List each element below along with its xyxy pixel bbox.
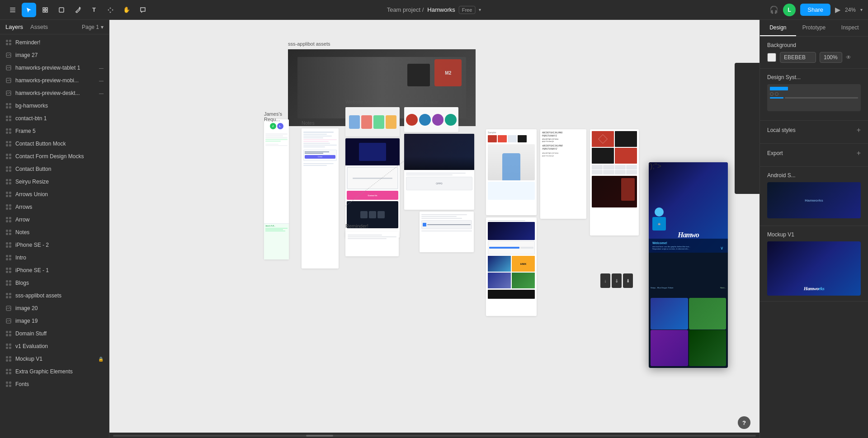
bottom-scrollbar[interactable]: [109, 433, 760, 438]
canvas-area[interactable]: sss-applibot assets M2 James's Requ... J…: [109, 20, 760, 438]
zoom-level[interactable]: 24%: [845, 7, 856, 13]
svg-rect-59: [9, 233, 11, 235]
layer-item-notes[interactable]: Notes: [0, 226, 109, 239]
background-hex-input[interactable]: [780, 52, 816, 63]
reminder-canvas-frame[interactable]: Reminder!: [345, 231, 399, 256]
visibility-toggle-hamworks-desktop[interactable]: —: [99, 91, 104, 96]
layer-item-sss-applibot[interactable]: sss-applibot assets: [0, 289, 109, 302]
layer-item-frame5[interactable]: Frame 5: [0, 125, 109, 137]
mockup-v1-canvas-frame[interactable]: Mockup V1 ');"> Hamwo Welcome! mini text…: [649, 162, 728, 368]
chevron-down-icon[interactable]: ▾: [479, 7, 481, 12]
layer-item-contact-form[interactable]: Contact Form Design Mocks: [0, 150, 109, 163]
export-section: Export +: [760, 144, 868, 167]
help-button[interactable]: ?: [738, 416, 750, 429]
layer-item-intro[interactable]: Intro: [0, 251, 109, 264]
svg-rect-94: [6, 369, 8, 371]
svg-rect-65: [9, 255, 11, 257]
layer-item-arrows[interactable]: Arrows: [0, 201, 109, 213]
layer-item-reminder[interactable]: Reminder!: [0, 36, 109, 49]
layer-item-contact-button[interactable]: Contact Button: [0, 163, 109, 175]
lock-icon-mockup-v1: 🔒: [98, 357, 104, 362]
avatar[interactable]: L: [783, 4, 796, 16]
arrows-union-canvas[interactable]: ↓ ⇓ ⬇: [599, 272, 634, 290]
svg-rect-100: [6, 385, 8, 386]
layer-item-hamworks-desktop[interactable]: hamworks-preview-deskt...—: [0, 87, 109, 99]
layer-item-hamworks-tablet[interactable]: hamworks-preview-tablet 1—: [0, 61, 109, 74]
background-color-swatch[interactable]: [767, 53, 776, 62]
layer-label-blogs: Blogs: [15, 280, 104, 286]
play-button[interactable]: ▶: [835, 5, 840, 14]
svg-rect-42: [6, 183, 8, 184]
layer-item-contact-btn-mock[interactable]: Contact Button Mock: [0, 137, 109, 150]
layer-item-blogs[interactable]: Blogs: [0, 277, 109, 289]
component-tool-button[interactable]: [103, 3, 118, 17]
layer-item-image19[interactable]: image 19: [0, 315, 109, 327]
layers-tab[interactable]: Layers: [5, 24, 23, 30]
layer-item-contact-btn1[interactable]: contact-btn 1: [0, 112, 109, 125]
layer-item-iphone-se-2[interactable]: iPhone SE - 2: [0, 239, 109, 251]
domain-stuff-canvas-frame[interactable]: Domain Stuff: [420, 212, 474, 252]
notes-canvas-frame[interactable]: Notes Contact: [302, 128, 339, 268]
extra-graphic-canvas-frame[interactable]: Extra Graphic Elements: [590, 129, 639, 235]
local-styles-label: Local styles: [767, 127, 796, 133]
add-export-button[interactable]: +: [857, 149, 861, 157]
eye-icon[interactable]: 👁: [846, 54, 851, 61]
layer-item-image20[interactable]: image 20: [0, 302, 109, 315]
chevron-down-icon-zoom[interactable]: ▾: [860, 7, 863, 12]
layer-label-bg-hamworks: bg-hamworks: [15, 103, 104, 109]
background-opacity-input[interactable]: [820, 52, 842, 63]
blog-format-frame[interactable]: "Blog" Format - Artwork Post ... OPPO: [404, 134, 474, 210]
select-tool-button[interactable]: [22, 3, 36, 17]
svg-rect-18: [6, 107, 8, 108]
add-local-style-button[interactable]: +: [857, 126, 861, 134]
home-page-frame[interactable]: Home Page Contact Us: [345, 138, 400, 238]
layer-item-hamworks-mobile[interactable]: hamworks-preview-mobi...—: [0, 74, 109, 87]
colour-scheme-frame[interactable]: Colour Scheme Sampler: [486, 129, 537, 215]
share-button[interactable]: Share: [800, 4, 830, 16]
chevron-down-icon-page: ▾: [101, 24, 104, 30]
layer-item-mockup-v1[interactable]: Mockup V1🔒: [0, 353, 109, 365]
svg-rect-92: [6, 360, 8, 361]
text-tool-button[interactable]: T: [87, 3, 101, 17]
hand-tool-button[interactable]: ✋: [119, 3, 134, 17]
shape-tool-button[interactable]: [54, 3, 69, 17]
pen-tool-button[interactable]: [71, 3, 85, 17]
visibility-toggle-hamworks-tablet[interactable]: —: [99, 66, 104, 71]
frame-icon: [5, 39, 12, 46]
layer-item-arrows-union[interactable]: Arrows Union: [0, 188, 109, 201]
menu-button[interactable]: [5, 3, 20, 17]
comment-tool-button[interactable]: [136, 3, 150, 17]
fonts-canvas-frame[interactable]: Fonts ABCDEFGHIJKLMNO PQRSTUVWXYZ abcdef…: [540, 129, 586, 219]
frame-icon: [5, 381, 12, 387]
scroll-track[interactable]: [113, 435, 756, 437]
frame-tool-button[interactable]: [38, 3, 52, 17]
toolbar-right: 🎧 L Share ▶ 24% ▾: [769, 4, 863, 16]
project-name[interactable]: Hamworks: [427, 6, 455, 13]
layers-list[interactable]: Reminder!image 27hamworks-preview-tablet…: [0, 34, 109, 438]
layer-item-extra-graphic[interactable]: Extra Graphic Elements: [0, 365, 109, 378]
layer-item-v1-eval[interactable]: v1 Evaluation: [0, 340, 109, 353]
visibility-toggle-hamworks-mobile[interactable]: —: [99, 78, 104, 83]
layer-item-seiryu-resize[interactable]: Seiryu Resize: [0, 175, 109, 188]
svg-rect-33: [9, 154, 11, 155]
local-styles-section: Local styles +: [760, 121, 868, 144]
potential-avatar-frame[interactable]: Potential Avatar: [404, 107, 458, 132]
james-req-frame[interactable]: James's Requ... J L: [264, 119, 289, 259]
inspect-tab[interactable]: Inspect: [832, 20, 868, 36]
scroll-thumb[interactable]: [306, 435, 333, 437]
website-mascot-frame[interactable]: Website Mascot: [345, 107, 400, 137]
svg-rect-1: [10, 9, 15, 10]
page-selector[interactable]: Page 1 ▾: [82, 24, 104, 30]
layer-label-seiryu-resize: Seiryu Resize: [15, 179, 104, 185]
layer-item-fonts[interactable]: Fonts: [0, 378, 109, 391]
layer-item-iphone-se-1[interactable]: iPhone SE - 1: [0, 264, 109, 277]
layer-item-arrow[interactable]: Arrow: [0, 213, 109, 226]
frame-icon: [5, 191, 12, 198]
layer-item-image27[interactable]: image 27: [0, 49, 109, 61]
webgl-canvas-frame[interactable]: WebGL/HTML5 Animation ...: [486, 217, 537, 316]
design-tab[interactable]: Design: [760, 20, 796, 36]
prototype-tab[interactable]: Prototype: [796, 20, 832, 36]
assets-tab[interactable]: Assets: [30, 24, 48, 30]
layer-item-domain-stuff[interactable]: Domain Stuff: [0, 327, 109, 340]
layer-item-bg-hamworks[interactable]: bg-hamworks: [0, 99, 109, 112]
